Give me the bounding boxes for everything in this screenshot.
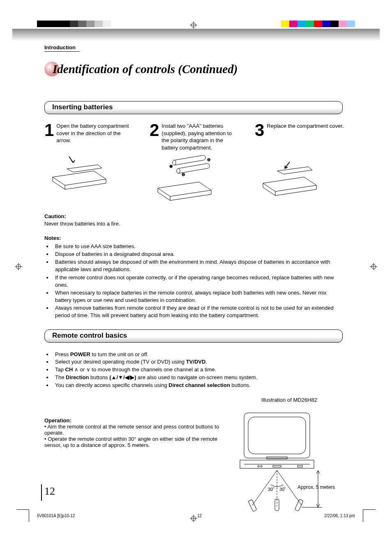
step-column: 2 Install two "AAA" batteries (supplied)… bbox=[150, 122, 240, 205]
page-content: Introduction Identification of controls … bbox=[44, 44, 343, 511]
step-column: 1 Open the battery compartment cover in … bbox=[44, 122, 135, 205]
operation-item: • Operate the remote control within 30° … bbox=[44, 436, 219, 448]
angle-right-label: 30˚ bbox=[279, 487, 286, 492]
list-item: Press POWER to turn the unit on or off. bbox=[53, 351, 343, 359]
step: 1 Open the battery compartment cover in … bbox=[44, 122, 135, 144]
svg-rect-32 bbox=[295, 499, 303, 511]
operation-label: Operation: bbox=[44, 417, 219, 424]
document-page: Introduction Identification of controls … bbox=[0, 0, 392, 555]
remote-basics-section: Remote control basics Press POWER to tur… bbox=[44, 329, 343, 511]
svg-text:⊖: ⊖ bbox=[207, 157, 210, 162]
print-footer: 5V80101A [E]p10-12 12 2/22/06, 1:13 pm bbox=[37, 514, 355, 518]
section-label: Introduction bbox=[44, 44, 79, 52]
list-item: Select your desired operating mode (TV o… bbox=[53, 358, 343, 366]
svg-point-21 bbox=[261, 465, 262, 467]
step-text: Open the battery compartment cover in th… bbox=[56, 122, 135, 144]
notes-list: Be sure to use AAA size batteries. Dispo… bbox=[44, 243, 343, 320]
step: 3 Replace the compartment cover. bbox=[255, 122, 345, 138]
svg-rect-23 bbox=[297, 465, 302, 467]
notes-block: Notes: Be sure to use AAA size batteries… bbox=[44, 235, 343, 320]
svg-rect-17 bbox=[248, 417, 306, 454]
list-item: Batteries should always be disposed of w… bbox=[53, 258, 343, 273]
step-illustration: ⊕ ⊖ ⊖ bbox=[150, 155, 240, 205]
operation-row: Operation: • Aim the remote control at t… bbox=[44, 397, 343, 511]
svg-text:⊕: ⊕ bbox=[169, 164, 173, 168]
footer-page: 12 bbox=[197, 514, 202, 518]
distance-label: Approx. 5 meters bbox=[297, 484, 335, 490]
basics-list: Press POWER to turn the unit on or off. … bbox=[44, 351, 343, 389]
subsection-heading: Remote control basics bbox=[44, 329, 343, 343]
crop-mark-icon bbox=[16, 509, 29, 522]
step-illustration bbox=[255, 154, 345, 200]
svg-point-20 bbox=[258, 465, 259, 467]
footer-file: 5V80101A [E]p10-12 bbox=[37, 514, 75, 518]
angle-left-label: 30˚ bbox=[268, 487, 274, 492]
list-item: Always remove batteries from remote cont… bbox=[53, 304, 343, 319]
list-item: You can directly access specific channel… bbox=[53, 382, 343, 389]
gradient-bar bbox=[12, 29, 380, 41]
page-title-row: Identification of controls (Continued) bbox=[44, 62, 343, 76]
step-number: 3 bbox=[255, 122, 264, 138]
inserting-batteries-section: Inserting batteries 1 Open the battery c… bbox=[44, 101, 343, 320]
step-illustration bbox=[44, 148, 135, 193]
operation-item: • Aim the remote control at the remote s… bbox=[44, 424, 219, 436]
subsection-heading: Inserting batteries bbox=[44, 101, 343, 114]
svg-rect-22 bbox=[273, 465, 281, 467]
svg-point-13 bbox=[177, 168, 180, 173]
list-item: When necessary to replace batteries in t… bbox=[53, 289, 343, 304]
tv-range-diagram: 30˚ 30˚ Approx. 5 meters bbox=[236, 405, 343, 511]
steps-row: 1 Open the battery compartment cover in … bbox=[44, 122, 343, 205]
svg-text:⊖: ⊖ bbox=[182, 172, 185, 177]
operation-text: Operation: • Aim the remote control at t… bbox=[44, 417, 219, 511]
list-item: Tap CH ∧ or ∨ to move through the channe… bbox=[53, 366, 343, 374]
crop-mark-icon bbox=[363, 509, 376, 522]
caution-block: Caution: Never throw batteries into a fi… bbox=[44, 213, 343, 228]
list-item: Dispose of batteries in a designated dis… bbox=[53, 251, 343, 258]
svg-point-12 bbox=[173, 160, 176, 165]
step-number: 2 bbox=[150, 122, 159, 151]
list-item: Be sure to use AAA size batteries. bbox=[53, 243, 343, 250]
list-item: The Direction buttons (▲/▼/◀/▶) are also… bbox=[53, 374, 343, 382]
footer-date: 2/22/06, 1:13 pm bbox=[324, 514, 355, 518]
page-number-bar bbox=[41, 484, 42, 501]
page-title: Identification of controls (Continued) bbox=[53, 62, 238, 76]
registration-mark-icon bbox=[15, 263, 22, 270]
step-number: 1 bbox=[44, 122, 54, 144]
print-color-bar bbox=[0, 21, 392, 27]
list-item: If the remote control does not operate c… bbox=[53, 274, 343, 289]
tv-illustration-block: Illustration of MD26H82 bbox=[236, 397, 343, 511]
step-column: 3 Replace the compartment cover. bbox=[255, 122, 345, 205]
page-number: 12 bbox=[44, 485, 55, 497]
illustration-caption: Illustration of MD26H82 bbox=[236, 397, 343, 403]
caution-text: Never throw batteries into a fire. bbox=[44, 220, 343, 228]
step-text: Replace the compartment cover. bbox=[267, 122, 344, 138]
caution-label: Caution: bbox=[44, 213, 343, 220]
step: 2 Install two "AAA" batteries (supplied)… bbox=[150, 122, 240, 151]
registration-mark-icon bbox=[370, 263, 377, 270]
step-text: Install two "AAA" batteries (supplied), … bbox=[161, 122, 240, 151]
svg-rect-30 bbox=[248, 500, 257, 511]
notes-label: Notes: bbox=[44, 235, 343, 242]
